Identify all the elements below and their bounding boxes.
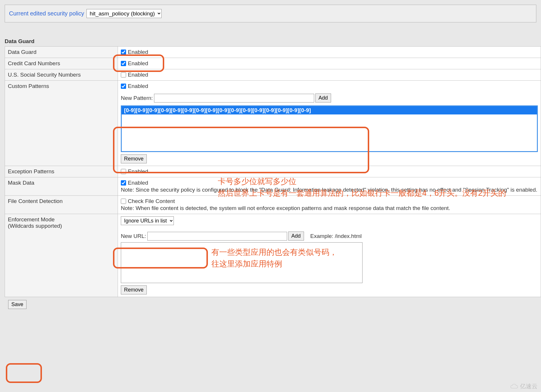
label-check-file: Check File Content — [128, 198, 175, 204]
row-ssn: U.S. Social Security Numbers Enabled — [5, 69, 541, 81]
save-button[interactable]: Save — [8, 300, 26, 309]
policy-bar-label: Current edited security policy — [9, 10, 84, 17]
label-custom: Custom Patterns — [5, 81, 118, 166]
new-pattern-input[interactable] — [154, 94, 314, 103]
file-note: Note: When file content is detected, the… — [121, 205, 538, 211]
add-url-button[interactable]: Add — [288, 232, 304, 241]
label-mask: Mask Data — [5, 177, 118, 196]
label-enabled: Enabled — [128, 83, 148, 89]
policy-bar: Current edited security policy hit_asm_p… — [5, 5, 536, 22]
label-file: File Content Detection — [5, 196, 118, 214]
new-url-input[interactable] — [147, 232, 287, 241]
new-url-label: New URL: — [121, 233, 146, 239]
checkbox-ssn[interactable] — [121, 72, 126, 77]
watermark-text: 亿速云 — [520, 382, 538, 390]
label-enforce: Enforcement Mode (Wildcards supported) — [5, 214, 118, 297]
checkbox-file-content[interactable] — [121, 199, 126, 204]
url-example: Example: /index.html — [310, 233, 362, 239]
checkbox-ccn[interactable] — [121, 61, 126, 66]
remove-url-button[interactable]: Remove — [121, 285, 147, 294]
annotation-custom-2: 然后世界上卡号是有一套通用算法的，比如银行卡一般都是4，6开头。没有2开头的 — [218, 188, 524, 198]
checkbox-custom[interactable] — [121, 84, 126, 89]
label-exception: Exception Patterns — [5, 166, 118, 177]
label-enabled: Enabled — [128, 72, 148, 78]
checkbox-exception[interactable] — [121, 169, 126, 174]
pattern-listbox[interactable]: [0-9][0-9][0-9][0-9][0-9][0-9][0-9][0-9]… — [121, 105, 538, 152]
policy-select[interactable]: hit_asm_poliocy (blocking) — [86, 9, 162, 18]
watermark: 亿速云 — [510, 382, 538, 390]
watermark-icon — [510, 384, 518, 389]
label-enforce-1: Enforcement Mode — [8, 216, 55, 223]
checkbox-mask[interactable] — [121, 180, 126, 186]
annotation-file-1: 有一些类型应用的也会有类似号码， — [211, 247, 337, 257]
row-custom: Custom Patterns Enabled New Pattern: Add… — [5, 81, 541, 166]
highlight-box-save — [6, 363, 42, 383]
label-enabled: Enabled — [128, 168, 148, 175]
section-title: Data Guard — [5, 38, 541, 45]
enforce-mode-select[interactable]: Ignore URLs in list — [121, 216, 174, 225]
annotation-custom-1: 卡号多少位就写多少位 — [218, 176, 296, 187]
label-enabled: Enabled — [128, 60, 148, 67]
row-exception: Exception Patterns Enabled — [5, 166, 541, 177]
label-enabled: Enabled — [128, 180, 148, 186]
annotation-file-2: 往这里添加应用特例 — [211, 259, 282, 269]
checkbox-data-guard[interactable] — [121, 50, 126, 55]
remove-pattern-button[interactable]: Remove — [121, 154, 147, 163]
row-ccn: Credit Card Numbers Enabled — [5, 58, 541, 69]
label-enforce-2: (Wildcards supported) — [8, 223, 62, 229]
row-data-guard: Data Guard Enabled — [5, 47, 541, 58]
label-ccn: Credit Card Numbers — [5, 58, 118, 69]
label-enabled: Enabled — [128, 49, 148, 55]
pattern-item-selected[interactable]: [0-9][0-9][0-9][0-9][0-9][0-9][0-9][0-9]… — [122, 106, 537, 114]
new-pattern-label: New Pattern: — [121, 95, 153, 101]
label-ssn: U.S. Social Security Numbers — [5, 69, 118, 81]
label-data-guard: Data Guard — [5, 47, 118, 58]
add-pattern-button[interactable]: Add — [315, 93, 331, 103]
